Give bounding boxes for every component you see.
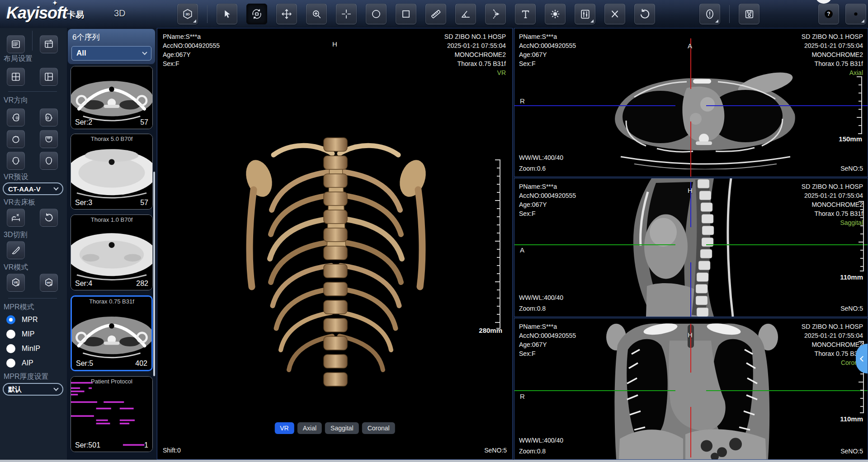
layout-settings-label: 布局设置 <box>4 54 33 64</box>
vr-head-right-button[interactable] <box>40 108 58 126</box>
scalpel-cut-button[interactable] <box>7 241 25 259</box>
series-thumbnail[interactable]: Patient Protocol Ser:501 1 <box>71 376 153 452</box>
user-avatar[interactable] <box>815 0 832 4</box>
grid-layout-button[interactable] <box>7 68 25 86</box>
toolbar-separator <box>729 5 730 23</box>
vr-skeleton-render <box>236 129 435 400</box>
vr-render-mode-button[interactable]: VR <box>7 274 25 292</box>
photometric: MONOCHROME2 <box>802 340 863 349</box>
patient-age: Age:067Y <box>519 200 576 209</box>
patient-age: Age:067Y <box>519 340 576 349</box>
vr-head-bottom-button[interactable] <box>40 130 58 148</box>
reset-view-button[interactable] <box>634 4 655 24</box>
pan-tool-button[interactable] <box>276 4 297 24</box>
hospital-name: SD ZIBO NO.1 HOSP <box>802 182 863 191</box>
vr-hexagon-icon: VR <box>10 277 21 288</box>
crosshair-tool-button[interactable] <box>336 4 357 24</box>
report-alert-button[interactable] <box>699 4 720 24</box>
series-thumbnail[interactable]: Thorax 1.0 B70f Ser:4 282 <box>71 215 153 290</box>
viewport-axial[interactable]: PName:S***a AccNO:0004920555 Age:067Y Se… <box>514 28 868 177</box>
remove-bed-button[interactable] <box>7 209 25 227</box>
3d-view-button[interactable]: 3D <box>177 4 198 24</box>
series-list-panel: 6个序列 All Ser:2 57 <box>67 28 156 460</box>
orientation-marker-left: R <box>520 392 525 400</box>
image-count: 57 <box>140 199 148 207</box>
svg-text:3D: 3D <box>185 12 190 16</box>
patient-name: PName:S***a <box>163 32 220 41</box>
series-thumbnail-selected[interactable]: Thorax 0.75 B31f Ser:5 402 <box>71 295 153 371</box>
patient-sex: Sex:F <box>519 209 576 218</box>
delete-annotation-button[interactable] <box>604 4 625 24</box>
mip-hexagon-icon: MIP <box>43 277 54 288</box>
radio-mpr[interactable]: MPR <box>6 315 38 324</box>
patient-name: PName:S***a <box>519 32 576 41</box>
series-panel-header: 6个序列 All <box>68 29 155 64</box>
series-thumbnail[interactable]: Ser:2 57 <box>71 66 153 129</box>
viewport-vr-3d[interactable]: PName:S***a AccNO:0004920555 Age:067Y Se… <box>157 28 513 460</box>
tab-axial[interactable]: Axial <box>297 422 322 434</box>
logo-star-icon: ✦ <box>52 0 57 6</box>
help-icon: ? <box>823 8 835 20</box>
scalpel-icon <box>10 245 21 256</box>
patient-age: Age:067Y <box>519 50 576 59</box>
hospital-name: SD ZIBO NO.1 HOSP <box>802 32 863 41</box>
bed-remove-icon <box>10 212 21 223</box>
brightness-tool-button[interactable] <box>545 4 566 24</box>
angle-tool-button[interactable] <box>455 4 476 24</box>
top-toolbar: ✦ Kayisoft卡易 3D 3D <box>0 0 868 28</box>
split-layout-button[interactable] <box>40 68 58 86</box>
select-tool-button[interactable] <box>217 4 237 24</box>
axial-crosshair-horizontal <box>706 105 868 106</box>
patient-name: PName:S***a <box>519 322 576 331</box>
settings-button[interactable] <box>845 4 866 24</box>
head-profile-right-icon <box>43 112 54 123</box>
layout-list-button[interactable] <box>7 35 25 53</box>
mpr-thickness-select[interactable]: 默认 <box>3 383 63 396</box>
vr-preset-select[interactable]: CT-AAA-V <box>3 182 63 195</box>
split-layout-icon <box>43 71 54 82</box>
window-level-button[interactable] <box>575 4 595 24</box>
viewport-coronal[interactable]: PName:S***a AccNO:0004920555 Age:067Y Se… <box>514 318 868 460</box>
vr-bed-removal-label: VR去床板 <box>4 198 35 207</box>
photometric: MONOCHROME2 <box>444 50 506 59</box>
radio-mip[interactable]: MIP <box>6 330 34 339</box>
left-tool-sidebar: 布局设置 VR方向 <box>0 28 67 460</box>
radio-minip[interactable]: MinIP <box>6 344 40 353</box>
help-button[interactable]: ? <box>818 4 839 24</box>
bed-reset-button[interactable] <box>40 209 58 227</box>
viewport-saggital[interactable]: PName:S***a AccNO:0004920555 Age:067Y Se… <box>514 178 868 317</box>
patient-sex: Sex:F <box>163 59 220 68</box>
close-layout-button[interactable] <box>40 35 58 53</box>
vr-head-left-button[interactable] <box>7 108 25 126</box>
zoom-tool-button[interactable] <box>306 4 327 24</box>
vr-head-top-button[interactable] <box>7 130 25 148</box>
radio-aip[interactable]: AIP <box>6 359 33 368</box>
mip-render-mode-button[interactable]: MIP <box>40 274 58 292</box>
series-description: Thorax 0.75 B31f <box>444 59 506 68</box>
vr-head-front-button[interactable] <box>7 152 25 170</box>
series-scrollbar[interactable] <box>153 172 155 376</box>
tab-coronal[interactable]: Coronal <box>362 422 395 434</box>
vr-study-info: SD ZIBO NO.1 HOSP 2025-01-21 07:55:04 MO… <box>444 32 506 77</box>
save-button[interactable] <box>739 4 760 24</box>
vr-head-back-button[interactable] <box>40 152 58 170</box>
rectangle-roi-button[interactable] <box>396 4 416 24</box>
series-thumbnail[interactable]: Thorax 5.0 B70f Ser:3 57 <box>71 134 153 210</box>
patient-sex: Sex:F <box>519 59 576 68</box>
axial-slice-thumbnail-image <box>71 215 152 290</box>
protocol-page-thumbnail-image <box>71 377 152 452</box>
series-filter-select[interactable]: All <box>71 46 151 61</box>
cobb-angle-tool-button[interactable] <box>485 4 506 24</box>
tab-saggital[interactable]: Saggital <box>325 422 359 434</box>
panel-collapse-button[interactable] <box>856 344 868 373</box>
rectangle-roi-icon <box>400 8 412 20</box>
rotate-3d-tool-button[interactable] <box>246 4 267 24</box>
orientation-marker-left: R <box>520 97 525 105</box>
ruler-tool-button[interactable] <box>425 4 446 24</box>
text-annotation-button[interactable] <box>515 4 536 24</box>
radio-mpr-label: MPR <box>22 316 38 324</box>
coronal-wwwl: WW/WL:400/40 <box>519 436 563 445</box>
radio-icon <box>6 344 15 353</box>
tab-vr[interactable]: VR <box>274 422 294 434</box>
ellipse-roi-button[interactable] <box>366 4 387 24</box>
